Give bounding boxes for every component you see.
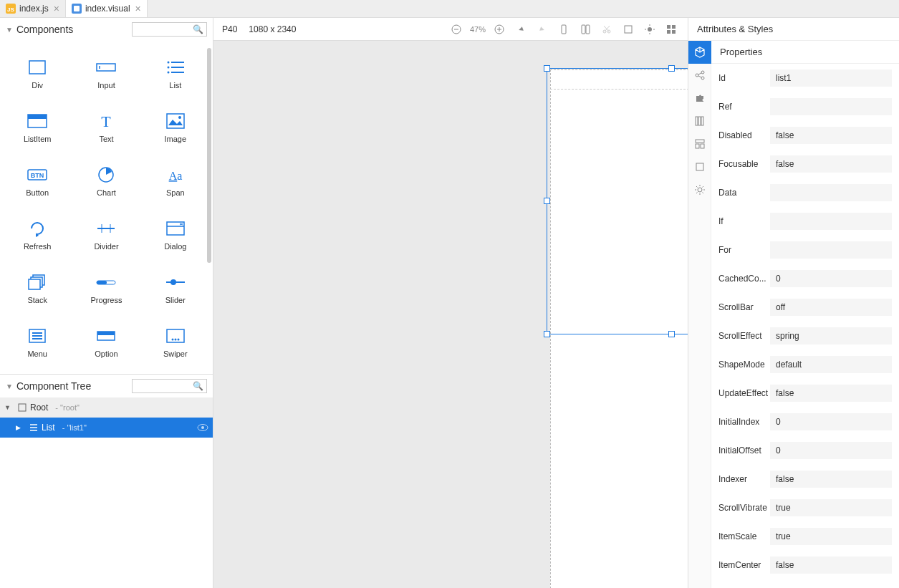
tab-label: index.js bbox=[19, 4, 49, 14]
tab-index-visual[interactable]: index.visual × bbox=[66, 0, 148, 17]
button-icon: BTN bbox=[27, 165, 48, 184]
property-input[interactable] bbox=[770, 213, 892, 230]
component-option[interactable]: Option bbox=[72, 315, 140, 369]
tab-label: index.visual bbox=[85, 4, 130, 14]
left-panel: ▼ Components 🔍 DivInputListListItemTText… bbox=[0, 18, 213, 588]
zoom-in-button[interactable] bbox=[491, 21, 507, 37]
property-input[interactable] bbox=[770, 499, 892, 516]
chevron-right-icon[interactable]: ▶ bbox=[16, 424, 26, 431]
undo-button[interactable] bbox=[513, 21, 529, 37]
chart-icon bbox=[95, 165, 117, 184]
phone-split-icon[interactable] bbox=[577, 21, 593, 37]
scrollbar-thumb[interactable] bbox=[207, 48, 211, 263]
resize-handle[interactable] bbox=[544, 331, 550, 337]
phone-portrait-icon[interactable] bbox=[556, 21, 572, 37]
component-label: Text bbox=[99, 135, 113, 143]
property-input[interactable] bbox=[770, 241, 892, 259]
cut-icon[interactable] bbox=[599, 21, 615, 37]
property-input[interactable] bbox=[770, 69, 892, 87]
svg-point-47 bbox=[177, 338, 179, 340]
component-refresh[interactable]: Refresh bbox=[3, 208, 72, 261]
tab-puzzle-icon[interactable] bbox=[688, 87, 711, 110]
property-input[interactable] bbox=[770, 98, 892, 115]
tab-square-icon[interactable] bbox=[688, 155, 711, 178]
svg-rect-81 bbox=[696, 117, 698, 125]
property-row: ScrollVibrate bbox=[711, 493, 899, 522]
component-list[interactable]: List bbox=[141, 47, 210, 100]
svg-line-93 bbox=[696, 186, 698, 188]
svg-point-7 bbox=[167, 61, 169, 63]
tree-id: - "list1" bbox=[62, 423, 87, 432]
chevron-down-icon[interactable]: ▼ bbox=[6, 26, 13, 34]
device-label[interactable]: P40 bbox=[222, 24, 237, 34]
close-icon[interactable]: × bbox=[135, 3, 141, 14]
tree-row-list[interactable]: ▶ List - "list1" bbox=[0, 418, 213, 438]
property-input[interactable] bbox=[770, 127, 892, 144]
component-text[interactable]: TText bbox=[72, 100, 140, 154]
components-search[interactable]: 🔍 bbox=[132, 22, 207, 37]
component-input[interactable]: Input bbox=[72, 47, 140, 100]
property-input[interactable] bbox=[770, 471, 892, 488]
close-icon[interactable]: × bbox=[54, 3, 59, 14]
component-slider[interactable]: Slider bbox=[141, 261, 210, 315]
component-divider[interactable]: Divider bbox=[72, 208, 140, 261]
component-span[interactable]: AaSpan bbox=[141, 154, 210, 208]
property-label: InitialIndex bbox=[718, 417, 770, 427]
component-stack[interactable]: Stack bbox=[3, 261, 72, 315]
property-input[interactable] bbox=[770, 299, 892, 316]
resize-handle[interactable] bbox=[544, 198, 550, 204]
component-dialog[interactable]: Dialog bbox=[141, 208, 210, 261]
tab-cube-icon[interactable] bbox=[688, 41, 711, 64]
property-input[interactable] bbox=[770, 556, 892, 574]
tab-share-icon[interactable] bbox=[688, 64, 711, 87]
chevron-down-icon[interactable]: ▼ bbox=[4, 404, 14, 411]
property-input[interactable] bbox=[770, 528, 892, 545]
zoom-out-button[interactable] bbox=[448, 21, 464, 37]
redo-button[interactable] bbox=[534, 21, 550, 37]
tab-layout-icon[interactable] bbox=[688, 132, 711, 155]
div-icon bbox=[27, 58, 48, 77]
search-input[interactable] bbox=[135, 382, 193, 390]
component-listitem[interactable]: ListItem bbox=[3, 100, 72, 154]
component-image[interactable]: Image bbox=[141, 100, 210, 154]
visibility-icon[interactable] bbox=[197, 423, 208, 432]
svg-rect-82 bbox=[698, 117, 701, 125]
device-frame[interactable] bbox=[550, 69, 688, 588]
property-label: ShapeMode bbox=[718, 360, 770, 370]
property-row: Disabled bbox=[711, 121, 899, 150]
property-input[interactable] bbox=[770, 356, 892, 373]
svg-point-67 bbox=[648, 27, 652, 32]
search-input[interactable] bbox=[135, 25, 193, 34]
component-chart[interactable]: Chart bbox=[72, 154, 140, 208]
brightness-icon[interactable] bbox=[642, 21, 658, 37]
component-swiper[interactable]: Swiper bbox=[141, 315, 210, 369]
component-div[interactable]: Div bbox=[3, 47, 72, 100]
search-icon: 🔍 bbox=[193, 24, 203, 34]
tree-search[interactable]: 🔍 bbox=[132, 379, 207, 393]
component-menu[interactable]: Menu bbox=[3, 315, 72, 369]
property-label: CachedCo... bbox=[718, 274, 770, 284]
component-button[interactable]: BTNButton bbox=[3, 154, 72, 208]
property-input[interactable] bbox=[770, 385, 892, 402]
guide-line bbox=[550, 89, 688, 90]
canvas-area[interactable] bbox=[213, 41, 688, 588]
component-label: Div bbox=[32, 81, 43, 90]
square-icon[interactable] bbox=[620, 21, 636, 37]
svg-line-95 bbox=[696, 193, 698, 194]
tab-index-js[interactable]: JS index.js × bbox=[0, 0, 66, 17]
tab-columns-icon[interactable] bbox=[688, 110, 711, 132]
property-input[interactable] bbox=[770, 442, 892, 459]
tree-row-root[interactable]: ▼ Root - "root" bbox=[0, 397, 213, 418]
property-input[interactable] bbox=[770, 184, 892, 201]
property-input[interactable] bbox=[770, 155, 892, 173]
chevron-down-icon[interactable]: ▼ bbox=[6, 382, 13, 390]
option-icon bbox=[95, 327, 117, 345]
tab-gear-icon[interactable] bbox=[688, 178, 711, 201]
svg-line-65 bbox=[604, 26, 609, 32]
component-progress[interactable]: Progress bbox=[72, 261, 140, 315]
property-input[interactable] bbox=[770, 327, 892, 344]
grid-icon[interactable] bbox=[663, 21, 679, 37]
property-input[interactable] bbox=[770, 413, 892, 430]
resize-handle[interactable] bbox=[544, 65, 550, 72]
property-input[interactable] bbox=[770, 270, 892, 287]
